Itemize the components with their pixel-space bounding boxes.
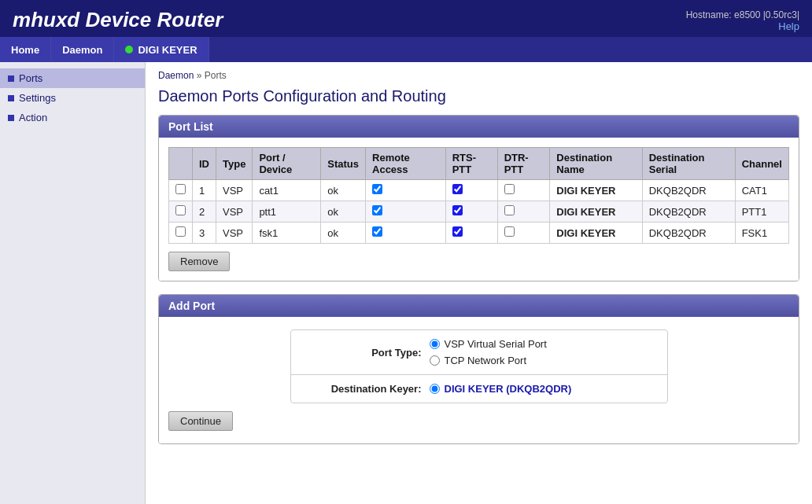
row-id: 1: [193, 180, 216, 201]
radio-vsp-label: VSP Virtual Serial Port: [445, 338, 547, 350]
row-dest-name: DIGI KEYER: [550, 223, 642, 244]
breadcrumb-parent[interactable]: Daemon: [158, 70, 194, 81]
row-remote-access[interactable]: [366, 201, 446, 223]
table-row: 3VSPfsk1okDIGI KEYERDKQB2QDRFSK1: [169, 223, 789, 244]
row-id: 2: [193, 201, 216, 223]
remote-access-checkbox[interactable]: [372, 226, 382, 237]
col-id: ID: [193, 148, 216, 180]
row-checkbox-cell[interactable]: [169, 180, 193, 201]
row-type: VSP: [216, 201, 253, 223]
port-table: ID Type Port / Device Status Remote Acce…: [168, 147, 789, 244]
title-rest: huxd Device Router: [31, 8, 223, 31]
row-type: VSP: [216, 223, 253, 244]
breadcrumb-current: Ports: [205, 70, 227, 81]
remote-access-checkbox[interactable]: [372, 205, 382, 215]
remote-access-checkbox[interactable]: [372, 184, 382, 194]
row-remote-access[interactable]: [366, 223, 446, 244]
hostname-label: Hostname: e8500 |0.50rc3|: [686, 9, 799, 20]
row-channel: FSK1: [735, 223, 788, 244]
sidebar-item-settings[interactable]: Settings: [0, 88, 145, 108]
row-dest-serial: DKQB2QDR: [642, 223, 735, 244]
sidebar-label-settings: Settings: [19, 92, 56, 104]
row-dest-name: DIGI KEYER: [550, 201, 642, 223]
sidebar-bullet-settings: [8, 95, 14, 101]
sidebar-item-action[interactable]: Action: [0, 108, 145, 127]
nav-home-label: Home: [11, 44, 39, 56]
app-title: mhuxd Device Router: [13, 8, 223, 32]
row-channel: CAT1: [735, 180, 788, 201]
col-checkbox: [169, 148, 193, 180]
port-table-body: 1VSPcat1okDIGI KEYERDKQB2QDRCAT12VSPptt1…: [169, 180, 789, 244]
radio-tcp-label: TCP Network Port: [445, 355, 527, 366]
row-checkbox-cell[interactable]: [169, 201, 193, 223]
dtr-ptt-checkbox[interactable]: [504, 184, 515, 194]
sidebar: Ports Settings Action: [0, 62, 146, 504]
destination-row: Destination Keyer: DIGI KEYER (DKQB2QDR): [291, 375, 667, 403]
table-row: 2VSPptt1okDIGI KEYERDKQB2QDRPTT1: [169, 201, 789, 223]
sidebar-item-ports[interactable]: Ports: [0, 68, 145, 88]
dtr-ptt-checkbox[interactable]: [504, 226, 515, 237]
row-port-device: cat1: [253, 180, 321, 201]
title-italic: m: [13, 8, 31, 31]
radio-tcp[interactable]: TCP Network Port: [430, 355, 547, 366]
row-status: ok: [321, 180, 366, 201]
destination-text: DIGI KEYER (DKQB2QDR): [445, 383, 572, 395]
page-title: Daemon Ports Configuration and Routing: [158, 87, 799, 105]
row-dtr-ptt[interactable]: [497, 180, 550, 201]
add-port-body: Port Type: VSP Virtual Serial Port TCP N…: [159, 317, 799, 443]
nav-tab-daemon[interactable]: Daemon: [51, 37, 114, 62]
radio-vsp-input[interactable]: [430, 339, 440, 349]
remove-button[interactable]: Remove: [168, 252, 230, 271]
port-type-options: VSP Virtual Serial Port TCP Network Port: [430, 338, 547, 366]
continue-button[interactable]: Continue: [168, 411, 233, 431]
main-content: Daemon » Ports Daemon Ports Configuratio…: [146, 62, 812, 504]
rts-ptt-checkbox[interactable]: [452, 226, 463, 237]
destination-label: Destination Keyer:: [304, 383, 422, 395]
row-dest-serial: DKQB2QDR: [642, 201, 735, 223]
header-right: Hostname: e8500 |0.50rc3| Help: [686, 9, 799, 32]
sidebar-bullet-action: [8, 115, 14, 121]
radio-vsp[interactable]: VSP Virtual Serial Port: [430, 338, 547, 350]
row-rts-ptt[interactable]: [445, 201, 497, 223]
col-rts-ptt: RTS-PTT: [445, 148, 497, 180]
row-checkbox[interactable]: [175, 205, 186, 215]
col-remote-access: Remote Access: [366, 148, 446, 180]
continue-row: Continue: [168, 411, 789, 431]
row-status: ok: [321, 201, 366, 223]
rts-ptt-checkbox[interactable]: [452, 205, 463, 215]
dtr-ptt-checkbox[interactable]: [504, 205, 515, 215]
nav-tab-digi[interactable]: DIGI KEYER: [114, 37, 209, 62]
row-checkbox[interactable]: [175, 226, 186, 237]
row-remote-access[interactable]: [366, 180, 446, 201]
destination-value: DIGI KEYER (DKQB2QDR): [430, 383, 572, 395]
col-dest-serial: Destination Serial: [642, 148, 735, 180]
breadcrumb: Daemon » Ports: [158, 70, 799, 81]
radio-tcp-input[interactable]: [430, 355, 440, 366]
add-port-header: Add Port: [159, 295, 799, 317]
nav-tab-home[interactable]: Home: [0, 37, 51, 62]
table-row: 1VSPcat1okDIGI KEYERDKQB2QDRCAT1: [169, 180, 789, 201]
layout: Ports Settings Action Daemon » Ports Dae…: [0, 62, 812, 504]
row-rts-ptt[interactable]: [445, 180, 497, 201]
row-port-device: fsk1: [253, 223, 321, 244]
port-list-header: Port List: [159, 116, 799, 138]
nav-daemon-label: Daemon: [62, 44, 102, 56]
help-link[interactable]: Help: [686, 20, 799, 32]
port-list-section: Port List ID Type Port / Device Status R…: [158, 115, 799, 281]
row-status: ok: [321, 223, 366, 244]
row-rts-ptt[interactable]: [445, 223, 497, 244]
header: mhuxd Device Router Hostname: e8500 |0.5…: [0, 0, 812, 37]
col-type: Type: [216, 148, 253, 180]
port-list-body: ID Type Port / Device Status Remote Acce…: [159, 138, 799, 281]
row-checkbox-cell[interactable]: [169, 223, 193, 244]
row-dtr-ptt[interactable]: [497, 201, 550, 223]
sidebar-label-action: Action: [19, 112, 47, 123]
navbar: Home Daemon DIGI KEYER: [0, 37, 812, 62]
row-port-device: ptt1: [253, 201, 321, 223]
row-checkbox[interactable]: [175, 184, 186, 194]
radio-dest-input[interactable]: [430, 384, 440, 394]
col-dtr-ptt: DTR-PTT: [497, 148, 550, 180]
row-dtr-ptt[interactable]: [497, 223, 550, 244]
breadcrumb-separator: »: [197, 70, 202, 81]
rts-ptt-checkbox[interactable]: [452, 184, 463, 194]
